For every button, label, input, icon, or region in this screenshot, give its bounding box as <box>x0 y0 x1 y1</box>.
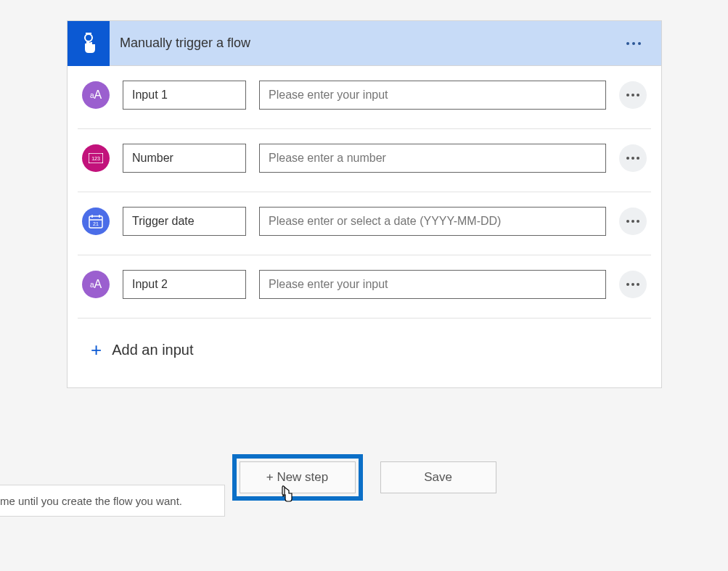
input-menu-button[interactable] <box>619 144 647 172</box>
input-row: aA <box>78 255 651 319</box>
input-row: 123 <box>78 129 651 192</box>
text-input-icon: aA <box>82 81 110 109</box>
input-description-field[interactable] <box>259 81 606 110</box>
plus-icon: + <box>91 339 102 361</box>
trigger-menu-button[interactable] <box>621 30 647 57</box>
svg-point-0 <box>85 34 92 41</box>
input-row: 21 <box>78 192 651 255</box>
input-menu-button[interactable] <box>619 271 647 298</box>
input-row: aA <box>78 66 651 129</box>
input-menu-button[interactable] <box>619 81 647 109</box>
save-button[interactable]: Save <box>380 461 496 493</box>
input-name-field[interactable] <box>123 270 246 299</box>
hint-text: me until you create the flow you want. <box>0 495 182 507</box>
input-description-field[interactable] <box>259 270 606 299</box>
svg-text:123: 123 <box>91 156 100 161</box>
input-name-field[interactable] <box>123 207 246 236</box>
add-input-label: Add an input <box>112 342 193 358</box>
manual-trigger-icon <box>68 21 110 66</box>
input-name-field[interactable] <box>123 144 246 173</box>
trigger-title: Manually trigger a flow <box>120 36 661 51</box>
number-input-icon: 123 <box>82 144 110 172</box>
input-menu-button[interactable] <box>619 208 647 235</box>
add-input-button[interactable]: + Add an input <box>78 319 651 387</box>
text-input-icon: aA <box>82 271 110 298</box>
date-input-icon: 21 <box>82 208 110 235</box>
input-description-field[interactable] <box>259 207 606 236</box>
inputs-list: aA 123 <box>68 66 661 387</box>
input-description-field[interactable] <box>259 144 606 173</box>
hint-tooltip: me until you create the flow you want. <box>0 485 225 517</box>
trigger-card: Manually trigger a flow aA 123 <box>67 20 662 388</box>
svg-rect-2 <box>86 41 89 48</box>
new-step-button[interactable]: + New step <box>240 461 356 493</box>
trigger-header[interactable]: Manually trigger a flow <box>68 21 661 66</box>
input-name-field[interactable] <box>123 81 246 110</box>
action-buttons-row: + New step Save <box>232 454 496 501</box>
new-step-highlight: + New step <box>232 454 363 501</box>
svg-text:21: 21 <box>93 221 99 226</box>
